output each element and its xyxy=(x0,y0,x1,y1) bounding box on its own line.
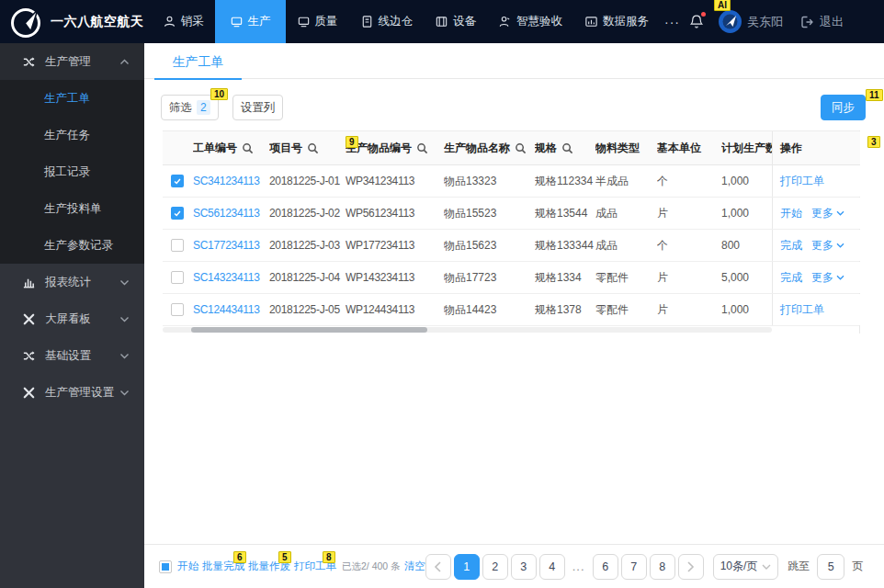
sidebar-subitem-work-report[interactable]: 报工记录 xyxy=(0,153,144,190)
sidebar-item-production-mgmt[interactable]: 生产管理 xyxy=(0,43,144,80)
chart-icon xyxy=(22,276,36,289)
row-checkbox[interactable] xyxy=(171,303,184,316)
bar-chart-icon xyxy=(584,15,598,28)
col-header-actions: 操作 xyxy=(772,131,860,164)
select-all-checkbox[interactable] xyxy=(159,560,172,573)
notification-bell-icon[interactable] xyxy=(689,14,704,29)
page-button-4[interactable]: 4 xyxy=(539,554,565,580)
next-page-button[interactable] xyxy=(678,554,704,580)
row-checkbox[interactable] xyxy=(171,271,184,284)
chevron-down-icon xyxy=(762,564,771,570)
page-button-1[interactable]: 1 xyxy=(454,554,480,580)
nav-item-data-service[interactable]: 数据服务 xyxy=(573,0,660,43)
print-order-link[interactable]: 打印工单 xyxy=(780,302,824,318)
order-no-link[interactable]: SC561234113 xyxy=(193,207,260,220)
nav-more-button[interactable]: ··· xyxy=(664,15,680,29)
col-header-spec: 规格 xyxy=(535,141,557,156)
complete-link[interactable]: 完成 xyxy=(780,238,802,254)
shuffle-icon xyxy=(22,349,36,363)
sidebar-item-production-settings[interactable]: 生产管理设置 xyxy=(0,374,144,411)
document-icon xyxy=(360,15,374,28)
clear-selection-link[interactable]: 清空 xyxy=(404,560,425,573)
order-no-link[interactable]: SC143234113 xyxy=(193,271,260,284)
sidebar-item-dashboard[interactable]: 大屏看板 xyxy=(0,300,144,337)
nav-item-procurement[interactable]: 销采 xyxy=(152,0,215,43)
user-avatar[interactable] xyxy=(719,10,742,33)
sidebar-item-basic-settings[interactable]: 基础设置 xyxy=(0,337,144,374)
pagination: 1 2 3 4 ... 6 7 8 10条/页 跳至 5 页 xyxy=(425,554,864,580)
sidebar-subitem-parameter[interactable]: 生产参数记录 xyxy=(0,227,144,264)
row-checkbox[interactable] xyxy=(171,175,184,187)
more-dropdown-link[interactable]: 更多 xyxy=(811,270,844,286)
more-dropdown-link[interactable]: 更多 xyxy=(811,238,844,254)
caret-down-icon xyxy=(836,210,844,216)
page-size-select[interactable]: 10条/页 xyxy=(713,554,779,580)
annotation-badge-9: 9 xyxy=(346,136,358,148)
nav-item-smart-acceptance[interactable]: 智慧验收 xyxy=(487,0,573,43)
prev-page-button[interactable] xyxy=(425,554,451,580)
page-button-2[interactable]: 2 xyxy=(482,554,508,580)
page-ellipsis[interactable]: ... xyxy=(568,560,590,573)
order-no-link[interactable]: SC341234113 xyxy=(193,175,260,187)
page-button-3[interactable]: 3 xyxy=(511,554,537,580)
person-icon xyxy=(163,15,176,28)
search-icon xyxy=(561,142,573,154)
sidebar-subitem-task[interactable]: 生产任务 xyxy=(0,117,144,153)
sidebar: 生产管理 生产工单 生产任务 报工记录 生产投料单 生产参数记录 报表统计 大屏… xyxy=(0,43,144,588)
chevron-down-icon xyxy=(119,279,130,286)
annotation-badge-3: 3 xyxy=(867,136,880,148)
start-batch-link[interactable]: 开始 xyxy=(177,560,198,573)
filter-count-badge: 2 xyxy=(197,100,210,115)
logout-button[interactable]: 退出 xyxy=(799,14,844,30)
selection-info: 已选2/ 400 条 xyxy=(342,560,401,573)
work-order-table: 工单编号 项目号 生产物品编号 生产物品名称 规格 物料类型 基本单位 计划生产… xyxy=(163,130,860,334)
page-button-7[interactable]: 7 xyxy=(621,554,647,580)
nav-item-production[interactable]: 生产 xyxy=(215,0,286,43)
caret-down-icon xyxy=(836,243,844,248)
more-dropdown-link[interactable]: 更多 xyxy=(811,206,844,221)
order-no-link[interactable]: SC177234113 xyxy=(193,239,260,252)
username[interactable]: 吴东阳 xyxy=(747,14,783,30)
tools-cross-icon xyxy=(22,312,36,326)
tab-bar: 生产工单 xyxy=(144,43,884,79)
row-checkbox[interactable] xyxy=(171,239,184,252)
sidebar-item-report-stats[interactable]: 报表统计 xyxy=(0,264,144,300)
row-checkbox[interactable] xyxy=(171,207,184,220)
nav-item-line-warehouse[interactable]: 线边仓 xyxy=(349,0,425,43)
nav-item-quality[interactable]: 质量 xyxy=(286,0,349,43)
scrollbar-thumb[interactable] xyxy=(191,327,427,333)
start-link[interactable]: 开始 xyxy=(780,206,802,221)
column-settings-button[interactable]: 设置列 xyxy=(232,95,284,120)
page-button-8[interactable]: 8 xyxy=(650,554,675,580)
nav-right: ··· 吴东阳 退出 xyxy=(664,10,884,33)
sync-button[interactable]: 同步 xyxy=(821,95,866,120)
notification-dot xyxy=(701,12,706,17)
person-check-icon xyxy=(498,15,512,28)
complete-link[interactable]: 完成 xyxy=(780,270,802,286)
top-navbar: 一六八航空航天 销采 生产 质量 线边仓 设备 智慧验收 数据服务 xyxy=(0,0,884,43)
equipment-icon xyxy=(435,15,448,28)
monitor-icon xyxy=(230,15,244,28)
table-row: SC341234113 20181225-J-01 WP341234113 物品… xyxy=(163,165,859,198)
sidebar-subitem-feeding[interactable]: 生产投料单 xyxy=(0,190,144,227)
tab-production-work-order[interactable]: 生产工单 xyxy=(154,43,242,79)
shuffle-icon xyxy=(22,55,36,69)
header-checkbox-cell xyxy=(163,131,193,164)
col-header-unit: 基本单位 xyxy=(657,131,721,164)
sidebar-subitem-work-order[interactable]: 生产工单 xyxy=(0,80,144,117)
table-row: SC124434113 20181225-J-05 WP124434113 物品… xyxy=(163,294,859,326)
nav-menu: 销采 生产 质量 线边仓 设备 智慧验收 数据服务 xyxy=(152,0,661,43)
nav-item-equipment[interactable]: 设备 xyxy=(424,0,487,43)
app-logo-icon xyxy=(8,5,43,40)
chevron-down-icon xyxy=(119,316,130,322)
jump-page-input[interactable]: 5 xyxy=(817,554,844,580)
search-icon xyxy=(307,142,319,154)
print-order-link[interactable]: 打印工单 xyxy=(780,174,824,189)
chevron-down-icon xyxy=(119,390,130,396)
page-button-6[interactable]: 6 xyxy=(593,554,618,580)
col-header-item-name: 生产物品名称 xyxy=(444,141,510,156)
order-no-link[interactable]: SC124434113 xyxy=(193,303,260,316)
caret-down-icon xyxy=(836,275,844,280)
search-icon xyxy=(416,142,428,154)
annotation-badge-8: 8 xyxy=(323,551,335,563)
